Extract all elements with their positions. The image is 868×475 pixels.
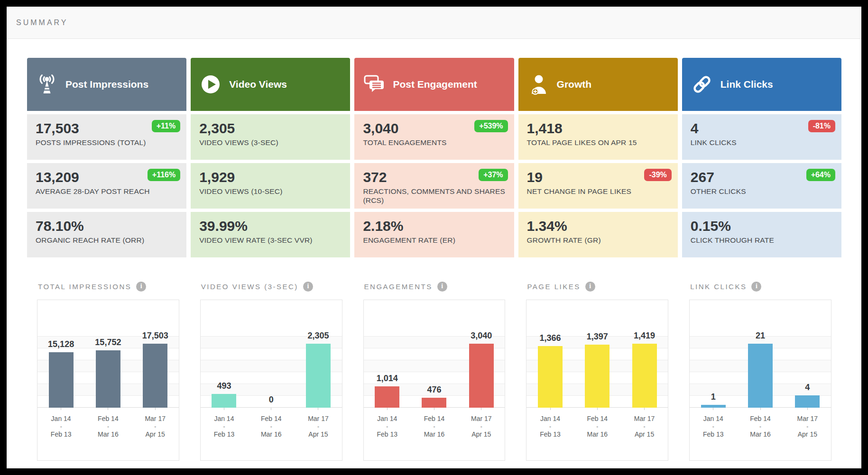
change-badge: -39% xyxy=(644,169,671,181)
stat-column-link-clicks: Link Clicks4LINK CLICKS-81%267OTHER CLIC… xyxy=(682,58,841,257)
bar-value-label: 17,503 xyxy=(142,331,168,341)
chart-bar-group: 1,366 xyxy=(526,300,573,408)
stat-column-post-impressions: Post Impressions17,503POSTS IMPRESSIONS … xyxy=(27,58,186,257)
x-axis-label: Mar 17-Apr 15 xyxy=(295,408,342,439)
chart-bar[interactable] xyxy=(632,344,657,408)
chart-bar-group: 2,305 xyxy=(295,300,342,408)
link-icon xyxy=(691,73,713,96)
bar-value-label: 15,752 xyxy=(95,338,121,347)
stat-label: GROWTH RATE (GR) xyxy=(527,236,669,245)
stat-value: 1.34% xyxy=(527,218,669,234)
chart-title: TOTAL IMPRESSIONS xyxy=(38,283,131,291)
stat-label: VIDEO VIEWS (10-SEC) xyxy=(199,187,342,196)
chart-title-row: LINK CLICKSi xyxy=(690,281,831,292)
chart-x-axis: Jan 14-Feb 13Feb 14-Mar 16Mar 17-Apr 15 xyxy=(37,408,179,439)
chart-total-impressions: TOTAL IMPRESSIONSi15,12815,75217,503Jan … xyxy=(37,281,179,461)
chart-plot-area: 1,0144763,040 xyxy=(364,300,505,408)
chart-title-row: PAGE LIKESi xyxy=(527,281,668,292)
chart-bar[interactable] xyxy=(585,345,609,408)
stat-row-video-views-3-sec: 2,305VIDEO VIEWS (3-SEC) xyxy=(191,114,350,160)
chat-bubbles-icon xyxy=(363,73,386,96)
broadcast-tower-icon xyxy=(36,73,58,96)
chart-bars: 1,0144763,040 xyxy=(364,300,505,408)
stat-row-video-view-rate-3-sec-vvr: 39.99%VIDEO VIEW RATE (3-SEC VVR) xyxy=(191,212,350,257)
change-badge: +539% xyxy=(474,120,508,132)
bar-value-label: 15,128 xyxy=(48,339,74,349)
chart-bar-group: 15,752 xyxy=(84,300,131,408)
x-axis-label: Feb 14-Mar 16 xyxy=(574,408,621,439)
column-header-link-clicks: Link Clicks xyxy=(682,58,841,111)
info-icon[interactable]: i xyxy=(585,282,595,292)
chart-page-likes: PAGE LIKESi1,3661,3971,419Jan 14-Feb 13F… xyxy=(526,281,668,461)
chart-bar[interactable] xyxy=(422,398,446,408)
bar-value-label: 21 xyxy=(756,331,765,341)
stat-column-video-views: Video Views2,305VIDEO VIEWS (3-SEC)1,929… xyxy=(191,58,350,257)
info-icon[interactable]: i xyxy=(751,282,761,292)
chart-bar-group: 0 xyxy=(248,300,295,408)
stat-value: 1,929 xyxy=(199,169,342,185)
chart-card: 49302,305Jan 14-Feb 13Feb 14-Mar 16Mar 1… xyxy=(200,300,342,461)
chart-bar[interactable] xyxy=(538,346,563,408)
info-icon[interactable]: i xyxy=(136,282,146,292)
stat-row-net-change-in-page-likes: 19NET CHANGE IN PAGE LIKES-39% xyxy=(518,163,678,209)
chart-engagements: ENGAGEMENTSi1,0144763,040Jan 14-Feb 13Fe… xyxy=(363,281,506,461)
x-axis-label: Jan 14-Feb 13 xyxy=(364,408,411,439)
stat-label: ORGANIC REACH RATE (ORR) xyxy=(36,236,178,245)
bar-value-label: 1,366 xyxy=(540,333,561,343)
info-icon[interactable]: i xyxy=(437,282,447,292)
stat-label: OTHER CLICKS xyxy=(691,187,833,196)
chart-bars: 49302,305 xyxy=(201,300,342,408)
chart-bar[interactable] xyxy=(96,350,120,408)
stat-column-post-engagement: Post Engagement3,040TOTAL ENGAGEMENTS+53… xyxy=(354,58,514,257)
chart-bar[interactable] xyxy=(375,386,399,408)
stat-label: TOTAL ENGAGEMENTS xyxy=(363,138,505,147)
column-header-growth: Growth xyxy=(518,58,678,111)
stat-column-growth: Growth1,418TOTAL PAGE LIKES ON APR 1519N… xyxy=(518,58,678,257)
chart-title-row: VIDEO VIEWS (3-SEC)i xyxy=(201,281,342,292)
stat-row-click-through-rate: 0.15%CLICK THROUGH RATE xyxy=(682,212,841,257)
bar-value-label: 1 xyxy=(711,392,716,402)
x-axis-label: Feb 14-Mar 16 xyxy=(737,408,784,439)
stat-value: 2,305 xyxy=(199,120,342,136)
chart-plot-area: 1214 xyxy=(690,300,831,408)
stat-value: 39.99% xyxy=(199,218,342,234)
chart-bar-group: 3,040 xyxy=(458,300,505,408)
chart-bar[interactable] xyxy=(143,344,167,408)
chart-bar-group: 21 xyxy=(737,300,784,408)
chart-bar[interactable] xyxy=(212,394,236,408)
change-badge: +37% xyxy=(479,169,508,181)
x-axis-label: Jan 14-Feb 13 xyxy=(201,408,248,439)
chart-video-views-3-sec: VIDEO VIEWS (3-SEC)i49302,305Jan 14-Feb … xyxy=(200,281,342,461)
bar-value-label: 1,014 xyxy=(377,374,398,384)
chart-plot-area: 49302,305 xyxy=(201,300,342,408)
stat-label: VIDEO VIEW RATE (3-SEC VVR) xyxy=(199,236,342,245)
chart-bar[interactable] xyxy=(701,405,726,408)
stat-row-total-page-likes-on-apr-15: 1,418TOTAL PAGE LIKES ON APR 15 xyxy=(518,114,678,160)
chart-bar[interactable] xyxy=(469,344,494,408)
stat-row-average-28-day-post-reach: 13,209AVERAGE 28-DAY POST REACH+116% xyxy=(27,163,186,209)
chart-bar[interactable] xyxy=(795,395,820,408)
stat-label: AVERAGE 28-DAY POST REACH xyxy=(36,187,178,196)
stat-columns: Post Impressions17,503POSTS IMPRESSIONS … xyxy=(27,58,841,257)
play-icon xyxy=(199,73,222,96)
bar-value-label: 1,419 xyxy=(634,331,655,341)
column-title: Post Impressions xyxy=(65,79,148,90)
x-axis-label: Mar 17-Apr 15 xyxy=(458,408,505,439)
trend-charts: TOTAL IMPRESSIONSi15,12815,75217,503Jan … xyxy=(27,281,841,461)
change-badge: -81% xyxy=(808,120,835,132)
info-icon[interactable]: i xyxy=(303,282,313,292)
chart-bar[interactable] xyxy=(748,344,773,408)
chart-title-row: TOTAL IMPRESSIONSi xyxy=(38,281,179,292)
x-axis-label: Mar 17-Apr 15 xyxy=(621,408,668,439)
column-header-video-views: Video Views xyxy=(191,58,350,111)
chart-bar[interactable] xyxy=(49,352,74,408)
column-title: Link Clicks xyxy=(720,79,773,90)
stat-label: VIDEO VIEWS (3-SEC) xyxy=(199,138,342,147)
chart-bar-group: 1 xyxy=(690,300,737,408)
stat-label: CLICK THROUGH RATE xyxy=(691,236,833,245)
chart-bar[interactable] xyxy=(306,344,331,408)
stat-value: 2.18% xyxy=(363,218,505,234)
chart-card: 1214Jan 14-Feb 13Feb 14-Mar 16Mar 17-Apr… xyxy=(689,300,831,461)
bar-value-label: 0 xyxy=(269,395,274,405)
column-header-post-impressions: Post Impressions xyxy=(27,58,186,111)
